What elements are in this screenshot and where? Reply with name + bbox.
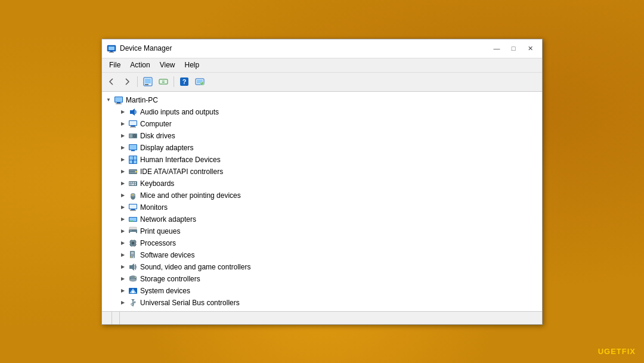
svg-point-59 [132,221,133,222]
list-item-system[interactable]: System devices [102,285,542,297]
svg-rect-29 [129,145,137,150]
keyboard-label: Keyboards [140,179,174,188]
close-button[interactable]: ✕ [523,42,537,54]
pc-icon [114,95,123,105]
svg-rect-78 [131,253,134,254]
svg-rect-34 [129,160,132,163]
disk-chevron[interactable] [119,132,127,140]
ide-chevron[interactable] [119,167,127,176]
svg-rect-30 [131,150,135,151]
monitor-icon [128,203,138,212]
svg-marker-91 [131,299,135,301]
watermark-text: GETFIX [604,347,636,356]
root-label: Martin-PC [126,96,158,104]
software-label: Software devices [140,251,194,259]
status-main [104,312,112,324]
svg-rect-1 [109,46,114,50]
watermark-highlight: U [598,347,604,356]
svg-rect-44 [135,182,136,183]
svg-marker-81 [129,263,134,271]
update-driver-button[interactable]: ≡ [156,75,171,88]
processors-chevron[interactable] [119,239,127,247]
list-item-sound[interactable]: Sound, video and game controllers [102,261,542,273]
sound-chevron[interactable] [119,263,127,271]
menu-view[interactable]: View [155,60,180,70]
toolbar: ≡ ? ↻ [102,73,542,92]
mice-chevron[interactable] [119,191,127,200]
svg-rect-54 [131,209,135,210]
svg-point-58 [130,221,131,222]
list-item-keyboard[interactable]: Keyboards [102,178,542,190]
svg-rect-45 [129,184,131,185]
storage-icon [128,274,138,284]
list-item-display[interactable]: Display adapters [102,142,542,154]
hid-chevron[interactable] [119,156,127,164]
storage-label: Storage controllers [140,275,200,283]
svg-rect-32 [129,156,133,160]
system-chevron[interactable] [119,287,127,295]
device-manager-window: Device Manager — □ ✕ File Action View He… [101,39,543,325]
app-icon [107,44,116,53]
help-button[interactable]: ? [177,75,191,88]
maximize-button[interactable]: □ [506,42,521,54]
menu-file[interactable]: File [104,60,125,70]
back-button[interactable] [104,75,119,88]
menu-help[interactable]: Help [180,60,205,70]
svg-text:≡: ≡ [162,79,165,85]
svg-rect-3 [109,52,114,52]
network-chevron[interactable] [119,215,127,224]
list-item-monitors[interactable]: Monitors [102,201,542,213]
print-label: Print queues [140,227,180,235]
hid-icon [128,155,138,165]
software-chevron[interactable] [119,251,127,259]
list-item-hid[interactable]: Human Interface Devices [102,154,542,166]
toolbar-separator-1 [137,76,138,87]
svg-rect-47 [135,184,136,185]
svg-text:?: ? [182,78,187,85]
ide-label: IDE ATA/ATAPI controllers [140,167,223,176]
list-item-usb[interactable]: Universal Serial Bus controllers [102,297,542,309]
list-item-software[interactable]: Software devices [102,249,542,261]
properties-button[interactable] [141,75,155,88]
svg-rect-40 [129,181,137,186]
keyboard-chevron[interactable] [119,179,127,188]
print-chevron[interactable] [119,227,127,235]
list-item-storage[interactable]: Storage controllers [102,273,542,285]
audio-chevron[interactable] [119,108,127,116]
svg-point-39 [135,170,137,172]
svg-marker-19 [130,108,135,116]
list-item-processors[interactable]: Processors [102,237,542,249]
svg-rect-18 [116,103,122,104]
computer-chevron[interactable] [119,120,127,128]
window-controls: — □ ✕ [490,42,537,54]
list-item-audio[interactable]: Audio inputs and outputs [102,106,542,118]
processors-label: Processors [140,239,176,247]
list-item-disk[interactable]: Disk drives [102,130,542,142]
device-tree[interactable]: Martin-PC Audio inputs and outputs [102,92,542,311]
svg-rect-35 [134,160,137,163]
scan-hardware-button[interactable]: ↻ [193,75,207,88]
minimize-button[interactable]: — [490,42,504,54]
svg-rect-63 [130,232,136,234]
usb-chevron[interactable] [119,299,127,307]
list-item-ide[interactable]: IDE ATA/ATAPI controllers [102,166,542,178]
list-item-mice[interactable]: Mice and other pointing devices [102,190,542,201]
list-item-network[interactable]: Network adapters [102,213,542,225]
root-chevron[interactable] [104,96,113,104]
menu-action[interactable]: Action [125,60,154,70]
status-bar [102,311,542,324]
monitors-chevron[interactable] [119,203,127,212]
forward-button[interactable] [120,75,134,88]
list-item-print[interactable]: Print queues [102,225,542,237]
svg-point-27 [134,135,135,136]
svg-rect-62 [129,230,132,231]
monitors-label: Monitors [140,203,168,212]
sound-label: Sound, video and game controllers [140,263,250,271]
tree-root[interactable]: Martin-PC [102,94,542,106]
display-chevron[interactable] [119,144,127,152]
computer-icon [128,119,138,129]
software-icon [128,250,138,260]
status-tertiary [120,312,540,324]
list-item-computer[interactable]: Computer [102,118,542,130]
storage-chevron[interactable] [119,275,127,283]
